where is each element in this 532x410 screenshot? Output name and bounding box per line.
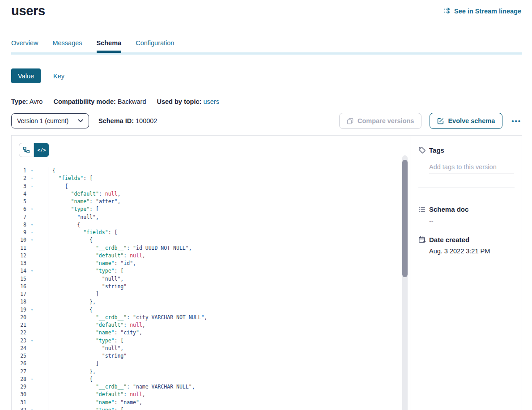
schema-page: users See in Stream lineage Overview Mes… [0, 0, 532, 410]
fold-arrow-icon[interactable]: ▾ [29, 236, 35, 244]
more-options-button[interactable]: ••• [511, 115, 522, 127]
fold-arrow-icon[interactable]: ▾ [29, 205, 35, 213]
tab-underline-track [11, 52, 522, 55]
code-line-text: "__crdb__": "city VARCHAR NOT NULL", [48, 314, 207, 321]
line-number: 14 [12, 267, 29, 275]
code-line: 11 "__crdb__": "id UUID NOT NULL", [12, 244, 410, 252]
fold-gutter [29, 252, 35, 260]
tab-messages[interactable]: Messages [52, 39, 82, 53]
schema-type-label: Type: [11, 98, 28, 105]
line-number: 10 [12, 236, 29, 244]
fold-arrow-icon[interactable]: ▾ [29, 175, 35, 182]
version-toolbar: Version 1 (current) Schema ID: 100002 Co… [11, 113, 522, 129]
add-tags-input[interactable] [429, 163, 514, 174]
line-number: 3 [12, 183, 29, 190]
date-created-section: Date created Aug. 3 2022 3:21 PM [418, 236, 515, 255]
used-by-topic: Used by topic: users [157, 98, 219, 105]
tab-configuration[interactable]: Configuration [136, 39, 174, 53]
tags-title: Tags [429, 146, 444, 154]
line-number: 32 [12, 406, 29, 410]
schema-id: Schema ID: 100002 [98, 117, 157, 124]
tab-schema[interactable]: Schema [97, 39, 122, 53]
line-number: 2 [12, 175, 29, 182]
value-schema-button[interactable]: Value [11, 68, 41, 83]
schema-doc-section: Schema doc -- [418, 205, 515, 225]
code-line-text: { [48, 306, 93, 314]
code-line-text: { [48, 167, 55, 175]
tree-view-button[interactable] [19, 143, 34, 157]
fold-gutter [29, 383, 35, 391]
stream-lineage-link[interactable]: See in Stream lineage [443, 7, 521, 15]
code-line: 24 "null", [12, 345, 410, 352]
editor-scrollbar-thumb[interactable] [402, 160, 408, 277]
code-view-button[interactable]: </> [34, 143, 49, 157]
fold-arrow-icon[interactable]: ▾ [29, 167, 35, 175]
line-number: 29 [12, 383, 29, 391]
fold-arrow-icon[interactable]: ▾ [29, 183, 35, 190]
line-number: 28 [12, 376, 29, 383]
code-line: 30 "default": null, [12, 391, 410, 398]
code-editor[interactable]: 1▾{2▾ "fields": [3▾ {4 "default": null,5… [12, 167, 410, 410]
line-number: 17 [12, 290, 29, 298]
gutter-separator [35, 260, 48, 267]
tab-overview[interactable]: Overview [11, 39, 38, 53]
code-line-text: "null", [48, 345, 123, 352]
compare-versions-icon [347, 118, 353, 124]
gutter-separator [35, 244, 48, 252]
code-line-text: { [48, 376, 93, 383]
chevron-down-icon [78, 119, 83, 123]
code-line: 29 "__crdb__": "name VARCHAR NULL", [12, 383, 410, 391]
fold-gutter [29, 190, 35, 198]
fold-gutter [29, 368, 35, 376]
gutter-separator [35, 283, 48, 290]
fold-gutter [29, 275, 35, 283]
code-line-text: "fields": [ [48, 229, 117, 236]
code-line: 18 }, [12, 298, 410, 306]
topic-link[interactable]: users [203, 98, 219, 105]
gutter-separator [35, 298, 48, 306]
date-created-value: Aug. 3 2022 3:21 PM [429, 248, 515, 255]
code-line: 28▾ { [12, 376, 410, 383]
code-line: 5 "name": "after", [12, 198, 410, 205]
used-by-topic-label: Used by topic: [157, 98, 201, 105]
gutter-separator [35, 167, 48, 175]
code-line: 1▾{ [12, 167, 410, 175]
code-line-text: "default": null, [48, 252, 145, 260]
line-number: 7 [12, 214, 29, 221]
code-line: 21 "default": null, [12, 321, 410, 329]
code-line: 25 "string" [12, 352, 410, 360]
line-number: 8 [12, 221, 29, 229]
evolve-schema-button[interactable]: Evolve schema [430, 113, 502, 129]
code-view-icon: </> [38, 147, 46, 153]
line-number: 19 [12, 306, 29, 314]
fold-arrow-icon[interactable]: ▾ [29, 221, 35, 229]
code-line: 20 "__crdb__": "city VARCHAR NOT NULL", [12, 314, 410, 321]
compatibility-value: Backward [118, 98, 146, 105]
code-line-text: "__crdb__": "id UUID NOT NULL", [48, 244, 192, 252]
compare-versions-button[interactable]: Compare versions [339, 113, 422, 129]
tags-section: Tags [418, 146, 515, 188]
code-line: 19▾ { [12, 306, 410, 314]
gutter-separator [35, 205, 48, 213]
code-line: 12 "default": null, [12, 252, 410, 260]
schema-id-value: 100002 [136, 117, 157, 124]
fold-arrow-icon[interactable]: ▾ [29, 406, 35, 410]
fold-arrow-icon[interactable]: ▾ [29, 376, 35, 383]
line-number: 16 [12, 283, 29, 290]
code-line-text: "type": [ [48, 205, 99, 213]
line-number: 12 [12, 252, 29, 260]
code-line-text: "type": [ [48, 337, 123, 345]
editor-scrollbar[interactable] [402, 155, 408, 410]
key-schema-button[interactable]: Key [53, 73, 64, 80]
version-select[interactable]: Version 1 (current) [11, 113, 89, 128]
code-line-text: "name": "after", [48, 198, 120, 205]
fold-arrow-icon[interactable]: ▾ [29, 229, 35, 236]
tag-icon [418, 146, 426, 154]
fold-arrow-icon[interactable]: ▾ [29, 267, 35, 275]
line-number: 26 [12, 360, 29, 367]
code-line-text: "name": "name", [48, 399, 142, 406]
fold-arrow-icon[interactable]: ▾ [29, 306, 35, 314]
gutter-separator [35, 337, 48, 345]
fold-arrow-icon[interactable]: ▾ [29, 337, 35, 345]
version-select-value: Version 1 (current) [17, 117, 68, 124]
